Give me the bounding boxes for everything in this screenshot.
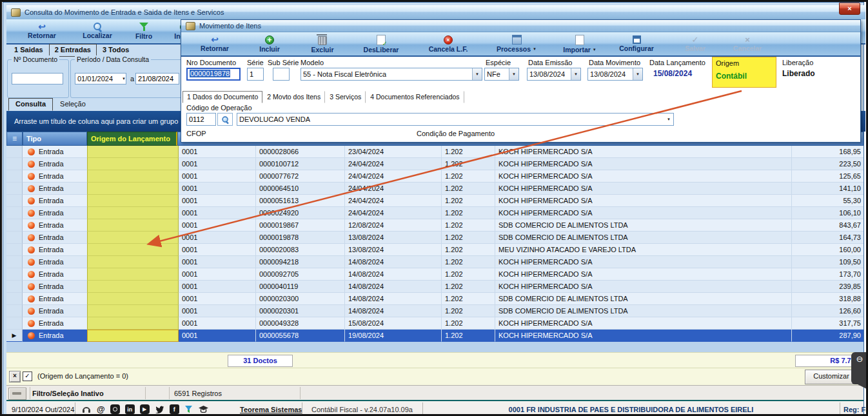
table-row[interactable]: Entrada 0001 0000064510 24/04/2024 1.202… [6, 183, 863, 195]
clear-filter-button[interactable]: × [9, 371, 21, 382]
chevron-down-icon: ▼ [667, 117, 671, 121]
records-count-label: 6591 Registros [174, 390, 222, 397]
origem-cell [87, 293, 179, 305]
table-row[interactable]: Entrada 0001 0000019867 12/08/2024 1.202… [6, 219, 863, 232]
especie-select[interactable]: NFe ▼ [484, 68, 519, 81]
twitter-icon[interactable] [155, 405, 164, 413]
customize-button[interactable]: Customizar [805, 370, 858, 384]
table-row[interactable]: ▶ Entrada 0001 0000055678 19/08/2024 1.2… [6, 330, 863, 342]
iw-desliberar-button[interactable]: ✓ DesLiberar [349, 34, 413, 54]
facebook-icon[interactable]: f [170, 404, 179, 414]
tipo-cell: Entrada [23, 317, 87, 330]
retornar-button[interactable]: ↩ Retornar [14, 21, 70, 41]
tab-docs-referenciados[interactable]: 4 Documentos Referenciados [366, 91, 464, 103]
tab-saidas[interactable]: 1 Saidas [8, 44, 49, 57]
filtro-button[interactable]: Filtro [123, 21, 165, 41]
nro-documento-input[interactable] [12, 73, 63, 84]
row-pointer-icon [6, 281, 23, 293]
tab-servicos[interactable]: 3 Serviços [325, 91, 366, 103]
row-pointer-icon [6, 256, 23, 268]
overlay-minimize-button[interactable]: ⊖ [851, 352, 868, 384]
data-movimento-select[interactable]: 13/08/2024 ▼ [587, 68, 643, 81]
value-cell: 168,95 [792, 146, 863, 158]
status-date-label: 9/10/2024 Out/2024 [12, 406, 74, 413]
iw-incluir-button[interactable]: + Incluir [246, 34, 293, 54]
document-number-cell: 0000055678 [256, 330, 345, 342]
cfop-cell: 0001 [179, 244, 256, 256]
data-emissao-select[interactable]: 13/08/2024 ▼ [527, 68, 581, 81]
tab-dados-documento[interactable]: 1 Dados do Documento [182, 91, 262, 103]
filter-active-checkbox[interactable]: ✓ [23, 371, 32, 381]
customer-name-cell: KOCH HIPERMERCADO S/A [495, 317, 792, 330]
close-button[interactable]: × [839, 3, 860, 15]
tab-entradas[interactable]: 2 Entradas [49, 44, 97, 57]
modelo-select[interactable]: 55 - Nota Fiscal Eletrônica ▼ [301, 68, 482, 81]
date-from-combo[interactable]: 01/01/2024 ▼ [75, 73, 126, 84]
tab-selecao[interactable]: Seleção [53, 98, 93, 111]
date-cell: 15/08/2024 [345, 317, 442, 330]
retornar-label: Retornar [28, 32, 56, 39]
date-to-input[interactable] [135, 73, 179, 84]
nro-doc-input[interactable]: 0000019878 [186, 68, 241, 81]
column-header-tipo[interactable]: Tipo [23, 132, 87, 146]
date-cell: 24/04/2024 [345, 183, 442, 195]
column-header-origem[interactable]: Origem do Lançamento [87, 132, 177, 146]
email-icon[interactable]: @ [97, 404, 105, 414]
graduation-cap-icon[interactable] [198, 405, 209, 414]
iw-salvar-button[interactable]: ✓ Salvar [671, 34, 719, 54]
periodo-sep-label: a [130, 75, 134, 83]
linkedin-icon[interactable]: in [125, 404, 135, 414]
iw-configurar-button[interactable]: Configurar [603, 34, 670, 54]
table-row[interactable]: Entrada 0001 0000094218 14/08/2024 1.202… [6, 256, 863, 268]
funnel-logo-icon[interactable] [184, 405, 193, 413]
nro-documento-group: Nº Documento [7, 59, 69, 98]
iw-importar-button[interactable]: Importar▼ [549, 34, 611, 54]
cfop-cell: 0001 [179, 170, 256, 183]
table-row[interactable]: Entrada 0001 0000020301 14/08/2024 1.202… [6, 305, 863, 317]
origem-cell [87, 330, 179, 342]
table-row[interactable]: Entrada 0001 0000024920 24/04/2024 1.202… [6, 207, 863, 219]
table-row[interactable]: Entrada 0001 0000028066 23/04/2024 1.202… [6, 146, 863, 158]
value-cell: 141,10 [792, 183, 863, 195]
table-row[interactable]: Entrada 0001 0000100712 24/04/2024 1.202… [6, 158, 863, 170]
table-row[interactable]: Entrada 0001 0000019878 13/08/2024 1.202… [6, 232, 863, 244]
serie-input[interactable] [247, 68, 264, 81]
tab-consulta[interactable]: Consulta [8, 98, 53, 111]
cfop-cell: 0001 [179, 146, 256, 158]
row-pointer-icon [6, 317, 23, 330]
table-row[interactable]: Entrada 0001 0000020083 13/08/2024 1.202… [6, 244, 863, 256]
table-row[interactable]: Entrada 0001 0000049328 15/08/2024 1.202… [6, 317, 863, 330]
table-row[interactable]: Entrada 0001 0000051613 24/04/2024 1.202… [6, 195, 863, 207]
iw-cancela-lf-button[interactable]: × Cancela L.F. [415, 34, 482, 54]
instagram-icon[interactable] [110, 404, 120, 414]
reg-label: Reg: FR IND [843, 406, 868, 413]
iw-excluir-button[interactable]: Excluir [299, 34, 346, 54]
table-row[interactable]: Entrada 0001 0000020300 14/08/2024 1.202… [6, 293, 863, 305]
date-cell: 14/08/2024 [345, 293, 442, 305]
table-row[interactable]: Entrada 0001 0000077672 24/04/2024 1.202… [6, 170, 863, 183]
tab-movto-itens[interactable]: 2 Movto dos Itens [262, 91, 325, 103]
iw-retornar-button[interactable]: ↩ Retornar [188, 34, 242, 54]
iw-processos-button[interactable]: Processos▼ [483, 34, 550, 54]
codigo-operacao-input[interactable] [186, 113, 216, 126]
app-version-label: Contábil Fiscal - v.24.07a10.09a [302, 406, 422, 413]
table-footer-strip [6, 342, 863, 352]
chevron-down-icon: ▼ [509, 68, 518, 80]
table-row[interactable]: Entrada 0001 0000092705 14/08/2024 1.202… [6, 268, 863, 281]
filtro-label: Filtro [135, 32, 152, 40]
codigo-search-button[interactable] [217, 113, 233, 126]
headset-icon[interactable] [81, 404, 92, 414]
grid-menu-icon[interactable]: ≡ [6, 132, 23, 146]
table-row[interactable]: Entrada 0001 0000040119 14/08/2024 1.202… [6, 281, 863, 293]
iw-cancelar-button[interactable]: × Cancelar [720, 34, 774, 54]
brand-link[interactable]: Teorema Sistemas [240, 406, 302, 413]
operacao-desc-select[interactable]: DEVOLUCAO VENDA ▼ [237, 113, 674, 126]
iw-salvar-label: Salvar [685, 45, 705, 52]
sub-serie-input[interactable] [273, 68, 290, 81]
localizar-button[interactable]: Localizar [68, 21, 126, 41]
row-pointer-icon [6, 207, 23, 219]
youtube-icon[interactable]: ▶ [140, 404, 150, 414]
tab-todos[interactable]: 3 Todos [97, 44, 135, 57]
operation-code-cell: 1.202 [442, 183, 495, 195]
status-menu-button[interactable] [8, 388, 26, 400]
